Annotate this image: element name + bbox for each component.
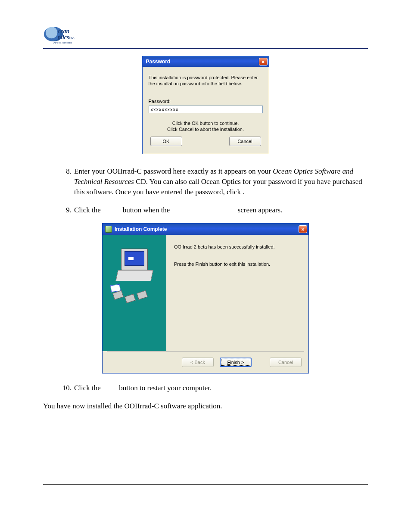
step-text: Enter your OOIIrrad-C password here exac…: [74, 166, 368, 197]
cancel-button[interactable]: Cancel: [229, 137, 261, 146]
password-hints: Click the OK button to continue. Click C…: [149, 120, 263, 132]
cancel-button: Cancel: [270, 358, 302, 367]
logo-tagline: First in Photonics: [53, 41, 72, 44]
install-side-art: [103, 235, 166, 351]
install-title: Installation Complete: [115, 226, 167, 232]
ok-button[interactable]: OK: [150, 137, 182, 146]
back-button: < Back: [182, 358, 214, 367]
computer-icon: [111, 249, 158, 317]
ocean-optics-logo: cean pticsInc. First in Photonics: [43, 26, 78, 47]
close-icon[interactable]: ×: [259, 58, 268, 65]
install-body: OOIIrrad 2 beta has been successfully in…: [166, 235, 308, 351]
password-title: Password: [146, 59, 171, 65]
password-titlebar: Password ×: [143, 56, 269, 67]
closing-line: You have now installed the OOIIrrad-C so…: [43, 401, 368, 411]
password-message: This installation is password protected.…: [149, 75, 263, 87]
close-icon[interactable]: ×: [299, 225, 307, 233]
installation-complete-dialog: Installation Complete × OOIIrrad 2 beta …: [102, 223, 309, 373]
password-label: Password:: [149, 99, 263, 104]
step-number: 8.: [60, 166, 74, 197]
footer-rule: [43, 484, 368, 485]
finish-button[interactable]: Finish >: [220, 358, 252, 367]
page-header: cean pticsInc. First in Photonics: [43, 26, 368, 49]
password-dialog: Password × This installation is password…: [142, 56, 269, 154]
step-9: 9. Click the button when the screen appe…: [60, 205, 368, 215]
password-input[interactable]: [149, 106, 263, 113]
install-success-msg: OOIIrrad 2 beta has been successfully in…: [174, 243, 300, 250]
installer-icon: [105, 226, 112, 233]
install-titlebar: Installation Complete ×: [103, 224, 308, 235]
step-text: Click the button when the screen appears…: [74, 205, 368, 215]
install-instruction: Press the Finish button to exit this ins…: [174, 261, 300, 268]
step-text: Click the button to restart your compute…: [74, 383, 368, 393]
logo-text: cean pticsInc.: [58, 28, 75, 41]
step-10: 10. Click the button to restart your com…: [60, 383, 368, 393]
step-number: 9.: [60, 205, 74, 215]
step-8: 8. Enter your OOIIrrad-C password here e…: [60, 166, 368, 197]
step-number: 10.: [60, 383, 74, 393]
